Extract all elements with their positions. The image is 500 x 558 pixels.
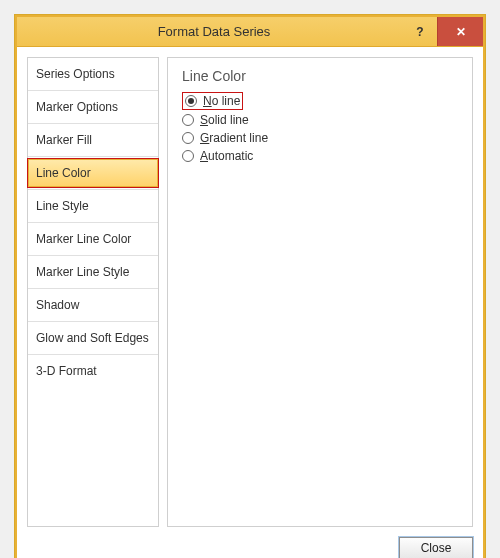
titlebar-buttons: ? ✕ (403, 17, 483, 20)
title-bar[interactable]: Format Data Series ? ✕ (17, 17, 483, 20)
help-button[interactable]: ? (403, 17, 437, 20)
format-data-series-dialog: Format Data Series ? ✕ Series Options Ma… (15, 15, 485, 20)
window-close-button[interactable]: ✕ (437, 17, 483, 20)
